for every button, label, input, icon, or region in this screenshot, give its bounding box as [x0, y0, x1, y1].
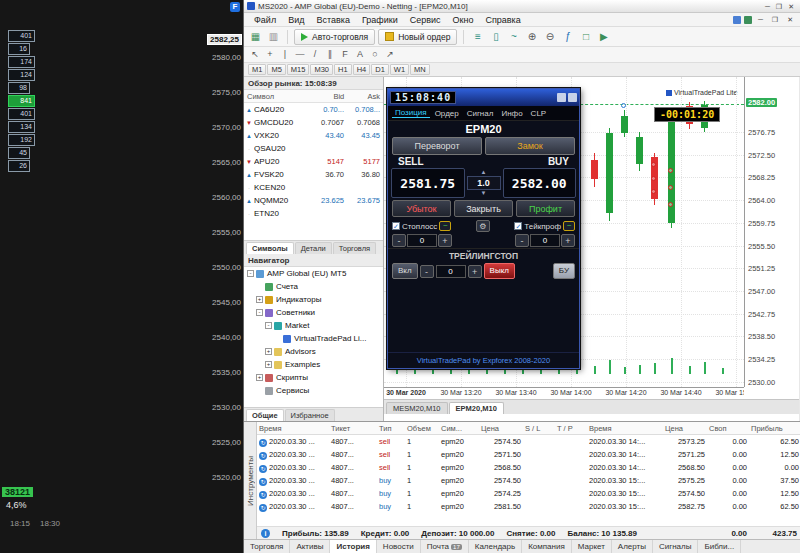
breakeven-button[interactable]: БУ [553, 263, 575, 279]
navigator-item[interactable]: +Скрипты [244, 371, 383, 384]
market-watch-row[interactable]: ▲VXK2043.4043.45 [244, 129, 383, 142]
vtp-tab-инфо[interactable]: Инфо [498, 109, 525, 118]
history-column[interactable]: T / P [555, 422, 587, 434]
chart-tab[interactable]: EPM20,M10 [449, 402, 504, 414]
history-row[interactable]: ↻2020.03.30 ...4807...buy1epm202574.5020… [257, 474, 800, 487]
candles-chart-icon[interactable]: ▯ [488, 29, 503, 44]
stoploss-checkbox[interactable]: ✓ [392, 222, 400, 230]
market-watch-column[interactable]: Символ [244, 90, 311, 102]
menu-globe-icon[interactable] [744, 16, 752, 24]
time-axis[interactable]: 30 Mar 202030 Mar 13:2030 Mar 13:4030 Ma… [384, 387, 744, 399]
timeframe-m5[interactable]: M5 [267, 64, 285, 75]
toolbox-tab-календарь[interactable]: Календарь [469, 540, 522, 553]
collapse-icon[interactable]: - [256, 309, 263, 316]
vtp-settings-icon[interactable] [568, 93, 577, 102]
market-watch-row[interactable]: ·QSAU20 [244, 142, 383, 155]
history-row[interactable]: ↻2020.03.30 ...4807...buy1epm202574.2520… [257, 487, 800, 500]
menu-вид[interactable]: Вид [282, 15, 310, 25]
market-watch-row[interactable]: ·ETN20 [244, 207, 383, 220]
price-scale[interactable]: 2582.00 2576.752572.502568.252564.002559… [744, 77, 799, 387]
navigator-item[interactable]: +Examples [244, 358, 383, 371]
buy-button[interactable]: 2582.00 [503, 168, 577, 198]
text-icon[interactable]: A [353, 48, 367, 61]
market-watch-row[interactable]: ▼GMCDU200.70670.7068 [244, 116, 383, 129]
vtp-tab-сигнал[interactable]: Сигнал [464, 109, 497, 118]
market-watch-tab[interactable]: Символы [246, 242, 294, 254]
chart-tab[interactable]: MESM20,M10 [386, 402, 448, 414]
fibo-icon[interactable]: F [338, 48, 352, 61]
market-watch-tab[interactable]: Детали [295, 242, 332, 254]
timeframe-d1[interactable]: D1 [371, 64, 389, 75]
history-column[interactable]: Время [587, 422, 663, 434]
history-column[interactable]: S / L [523, 422, 555, 434]
menu-вставка[interactable]: Вставка [310, 15, 355, 25]
vtp-minimize-icon[interactable] [557, 93, 566, 102]
navigator-item[interactable]: Сервисы [244, 384, 383, 397]
zoom-out-icon[interactable]: ⊖ [542, 29, 557, 44]
toolbox-tab-новости[interactable]: Новости [377, 540, 421, 553]
trailing-off-button[interactable]: Выкл [484, 263, 515, 279]
vtp-tab-ордер[interactable]: Ордер [432, 109, 462, 118]
gear-icon[interactable]: ⚙ [476, 220, 490, 232]
market-watch-column[interactable]: Ask [347, 90, 383, 102]
navigator-item[interactable]: Счета [244, 280, 383, 293]
market-watch-tab[interactable]: Торговля [333, 242, 376, 254]
navigator-tab[interactable]: Избранное [285, 409, 335, 421]
history-column[interactable]: Цена [479, 422, 523, 434]
indicators-icon[interactable]: ƒ [560, 29, 575, 44]
timeframe-m30[interactable]: M30 [310, 64, 333, 75]
takeprofit-value[interactable]: 0 [530, 234, 560, 247]
navigator-item[interactable]: +Advisors [244, 345, 383, 358]
expand-icon[interactable]: + [256, 296, 263, 303]
timeframe-h1[interactable]: H1 [334, 64, 352, 75]
collapse-icon[interactable]: - [247, 270, 254, 277]
market-watch-row[interactable]: ▲FVSK2036.7036.80 [244, 168, 383, 181]
market-watch-column[interactable]: Bid [311, 90, 347, 102]
trailing-minus-button[interactable]: - [420, 265, 434, 278]
history-row[interactable]: ↻2020.03.30 ...4807...buy1epm202581.5020… [257, 500, 800, 513]
history-column[interactable]: Время [257, 422, 329, 434]
history-column[interactable]: Цена [663, 422, 707, 434]
stoploss-value[interactable]: 0 [407, 234, 437, 247]
toolbox-tab-история[interactable]: История [330, 540, 376, 553]
stoploss-plus-button[interactable]: + [438, 234, 452, 247]
new-order-button[interactable]: Новый ордер [378, 29, 457, 45]
takeprofit-plus-button[interactable]: + [561, 234, 575, 247]
toolbox-tab-сигналы[interactable]: Сигналы [653, 540, 698, 553]
history-column[interactable]: Тикет [329, 422, 377, 434]
chart-window-button[interactable]: ✕ [784, 16, 796, 24]
stoploss-minus-button[interactable]: - [392, 234, 406, 247]
vtp-title-bar[interactable]: 15:08:40 [388, 89, 579, 106]
expand-icon[interactable]: + [256, 374, 263, 381]
history-column[interactable]: Тип [377, 422, 405, 434]
zoom-in-icon[interactable]: ⊕ [524, 29, 539, 44]
vtp-tab-clp[interactable]: CLP [528, 109, 550, 118]
timeframe-m15[interactable]: M15 [287, 64, 310, 75]
timeframe-w1[interactable]: W1 [390, 64, 409, 75]
history-row[interactable]: ↻2020.03.30 ...4807...sell1epm202568.502… [257, 461, 800, 474]
window-button[interactable]: ❐ [773, 3, 785, 10]
history-column[interactable]: Сим... [439, 422, 479, 434]
shapes-icon[interactable]: ○ [368, 48, 382, 61]
new-chart-icon[interactable]: ▦ [248, 29, 263, 44]
navigator-item[interactable]: VirtualTradePad Li... [244, 332, 383, 345]
profiles-icon[interactable]: ▥ [266, 29, 281, 44]
bars-chart-icon[interactable]: ≡ [470, 29, 485, 44]
stoploss-wave-icon[interactable]: ~ [439, 221, 451, 231]
history-row[interactable]: ↻2020.03.30 ...4807...sell1epm202571.502… [257, 448, 800, 461]
history-column[interactable]: Объем [405, 422, 439, 434]
navigator-item[interactable]: +Индикаторы [244, 293, 383, 306]
takeprofit-wave-icon[interactable]: ~ [563, 221, 575, 231]
menu-графики[interactable]: Графики [356, 15, 404, 25]
trailing-on-button[interactable]: Вкл [392, 263, 418, 279]
line-chart-icon[interactable]: ~ [506, 29, 521, 44]
toolbox-tab-компания[interactable]: Компания [522, 540, 572, 553]
crosshair-icon[interactable]: + [263, 48, 277, 61]
toolbox-side-label[interactable]: Инструменты [244, 422, 257, 539]
trailing-plus-button[interactable]: + [468, 265, 482, 278]
navigator-item[interactable]: -AMP Global (EU) MT5 [244, 267, 383, 280]
channel-icon[interactable]: ∥ [323, 48, 337, 61]
close-profit-button[interactable]: Профит [516, 200, 575, 217]
arrow-icon[interactable]: ↗ [383, 48, 397, 61]
lot-up-icon[interactable]: ▲ [481, 170, 487, 175]
